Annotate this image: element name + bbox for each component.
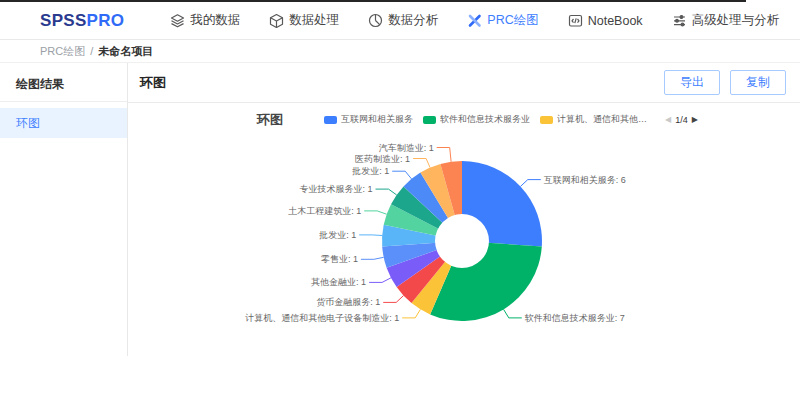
chart-title: 环图 (257, 111, 283, 129)
legend-next-icon[interactable]: ▶ (692, 115, 698, 124)
nav-label: PRC绘图 (487, 12, 538, 29)
nav-label: 数据分析 (388, 12, 438, 29)
legend-prev-icon[interactable]: ◀ (665, 115, 671, 124)
breadcrumb: PRC绘图 / 未命名项目 (0, 40, 800, 63)
legend-label: 计算机、通信和其他电子设备制造业 (557, 113, 653, 126)
nav-item-notebook[interactable]: NoteBook (568, 13, 643, 28)
slice-label: 土木工程建筑业: 1 (288, 206, 361, 216)
nav-label: 高级处理与分析 (692, 12, 780, 29)
nav-item-prc-plot[interactable]: PRC绘图 (467, 12, 538, 29)
code-icon (568, 13, 583, 28)
legend-page-indicator: 1/4 (675, 115, 688, 125)
legend-label: 软件和信息技术服务业 (440, 113, 530, 126)
slice-label: 批发业: 1 (318, 230, 356, 240)
slice-label: 专业技术服务业: 1 (299, 184, 372, 194)
label-line (376, 189, 397, 195)
nav-label: 数据处理 (289, 12, 339, 29)
draw-icon (467, 13, 482, 28)
slice-label: 软件和信息技术服务业: 7 (525, 313, 625, 323)
label-line (359, 235, 382, 236)
slice-label: 零售业: 1 (321, 254, 358, 264)
chart-legend: 互联网和相关服务软件和信息技术服务业计算机、通信和其他电子设备制造业 ◀ 1/4… (324, 113, 698, 126)
navbar: SPSSPRO 我的数据 数据处理 数据分析 PRC绘图 NoteBook 高级… (0, 2, 800, 40)
nav-label: 我的数据 (190, 12, 240, 29)
label-line (521, 180, 541, 187)
label-line (437, 148, 451, 162)
nav-item-advanced-analysis[interactable]: 高级处理与分析 (672, 12, 780, 29)
label-line (361, 257, 384, 259)
slice-label: 批发业: 1 (351, 166, 389, 176)
slice-label: 互联网和相关服务: 6 (544, 175, 626, 185)
slice-label: 汽车制造业: 1 (379, 143, 434, 153)
pie-chart-icon (368, 13, 383, 28)
legend-item[interactable]: 软件和信息技术服务业 (423, 113, 530, 126)
breadcrumb-parent[interactable]: PRC绘图 (40, 44, 85, 59)
legend-item[interactable]: 计算机、通信和其他电子设备制造业 (540, 113, 653, 126)
label-line (383, 296, 403, 303)
cube-icon (269, 13, 284, 28)
main-nav: 我的数据 数据处理 数据分析 PRC绘图 NoteBook 高级处理与分析 PR… (170, 12, 800, 29)
app-logo[interactable]: SPSSPRO (40, 11, 124, 31)
legend-swatch (423, 116, 436, 124)
nav-item-data-analysis[interactable]: 数据分析 (368, 12, 438, 29)
legend-item[interactable]: 互联网和相关服务 (324, 113, 413, 126)
main-panel: 环图 导出 复制 环图 互联网和相关服务软件和信息技术服务业计算机、通信和其他电… (128, 63, 800, 356)
slice-label: 其他金融业: 1 (311, 277, 366, 287)
slice-label: 医药制造业: 1 (355, 154, 410, 164)
layers-icon (170, 13, 185, 28)
panel-header: 环图 导出 复制 (128, 63, 800, 103)
label-line (402, 309, 420, 318)
copy-button[interactable]: 复制 (730, 70, 786, 95)
nav-item-data-processing[interactable]: 数据处理 (269, 12, 339, 29)
legend-swatch (540, 116, 553, 124)
slice-label: 计算机、通信和其他电子设备制造业: 1 (244, 313, 399, 323)
panel-title: 环图 (140, 74, 166, 92)
label-line (504, 309, 522, 318)
label-line (413, 159, 430, 168)
legend-pagination: ◀ 1/4 ▶ (665, 115, 698, 125)
sidebar: 绘图结果 环图 (0, 63, 128, 356)
export-button[interactable]: 导出 (664, 70, 720, 95)
breadcrumb-current: 未命名项目 (98, 44, 153, 59)
sidebar-item-donut-chart[interactable]: 环图 (0, 108, 127, 138)
content-area: 绘图结果 环图 环图 导出 复制 环图 互联网和相关服务软件和信息技术服务业计算… (0, 63, 800, 356)
slice-label: 货币金融服务: 1 (316, 297, 380, 307)
nav-label: NoteBook (588, 14, 643, 28)
donut-hole (435, 214, 489, 268)
sidebar-title: 绘图结果 (0, 67, 127, 102)
label-line (369, 278, 391, 283)
breadcrumb-separator: / (90, 45, 93, 57)
donut-chart: 互联网和相关服务: 6软件和信息技术服务业: 7计算机、通信和其他电子设备制造业… (128, 129, 799, 361)
sliders-icon (672, 13, 687, 28)
legend-label: 互联网和相关服务 (341, 113, 413, 126)
nav-item-my-data[interactable]: 我的数据 (170, 12, 240, 29)
label-line (392, 171, 411, 179)
chart-area: 环图 互联网和相关服务软件和信息技术服务业计算机、通信和其他电子设备制造业 ◀ … (128, 103, 800, 361)
legend-swatch (324, 116, 337, 124)
label-line (364, 211, 386, 214)
